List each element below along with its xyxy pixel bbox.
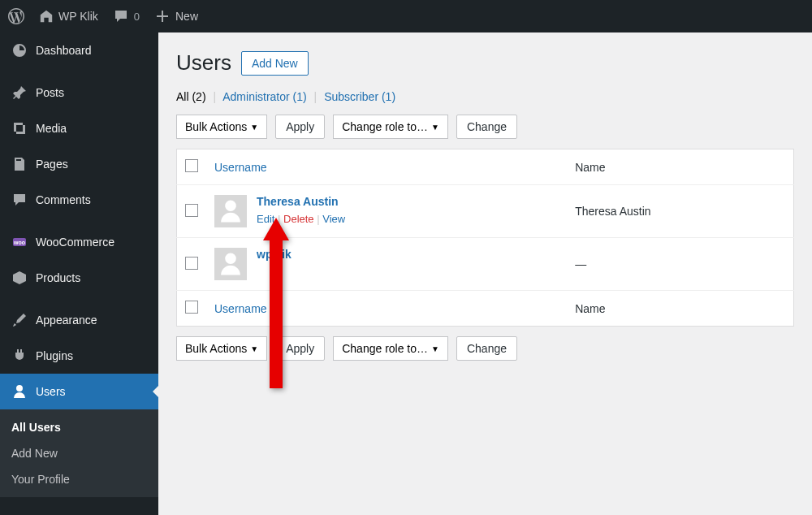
content-area: Users Add New All (2) | Administrator (1… <box>158 32 812 515</box>
new-content-link[interactable]: New <box>154 8 198 24</box>
apply-button-bottom[interactable]: Apply <box>275 336 325 361</box>
row-checkbox[interactable] <box>185 204 198 217</box>
column-username-footer[interactable]: Username <box>206 291 567 327</box>
submenu-your-profile[interactable]: Your Profile <box>0 466 158 492</box>
change-button[interactable]: Change <box>456 115 517 139</box>
bulk-actions-select-bottom[interactable]: Bulk Actions▼ <box>176 336 267 361</box>
submenu-add-new[interactable]: Add New <box>0 440 158 466</box>
caret-down-icon: ▼ <box>250 344 258 353</box>
sidebar-item-label: Appearance <box>36 314 97 327</box>
plus-icon <box>154 8 171 24</box>
avatar <box>214 248 247 280</box>
sidebar-item-label: Plugins <box>36 349 73 362</box>
admin-toolbar: WP Klik 0 New <box>0 0 812 32</box>
column-username[interactable]: Username <box>206 149 567 185</box>
apply-button[interactable]: Apply <box>275 115 325 139</box>
filter-administrator[interactable]: Administrator (1) <box>222 90 306 103</box>
sidebar-item-media[interactable]: Media <box>0 110 158 146</box>
comments-icon <box>11 192 28 208</box>
view-filters: All (2) | Administrator (1) | Subscriber… <box>176 90 794 103</box>
home-icon <box>39 9 54 24</box>
pages-icon <box>11 156 28 172</box>
name-cell: Theresa Austin <box>567 185 793 238</box>
select-all-checkbox-footer[interactable] <box>185 301 198 314</box>
filter-all[interactable]: All (2) <box>176 90 206 103</box>
sidebar-item-users[interactable]: Users <box>0 374 158 409</box>
site-name-link[interactable]: WP Klik <box>39 9 98 24</box>
sidebar-item-label: Comments <box>36 193 91 206</box>
username-link[interactable]: Theresa Austin <box>257 195 345 208</box>
sidebar-item-posts[interactable]: Posts <box>0 75 158 110</box>
column-name-footer: Name <box>567 291 793 327</box>
filter-subscriber[interactable]: Subscriber (1) <box>324 90 395 103</box>
svg-text:woo: woo <box>13 240 25 245</box>
bulk-actions-top: Bulk Actions▼ Apply Change role to…▼ Cha… <box>176 115 794 139</box>
comments-count: 0 <box>134 11 140 23</box>
name-cell: — <box>567 238 793 291</box>
admin-sidebar: Dashboard Posts Media Pages Comments woo… <box>0 32 158 515</box>
sidebar-item-label: Media <box>36 122 67 135</box>
plugin-icon <box>11 348 28 364</box>
sidebar-item-plugins[interactable]: Plugins <box>0 338 158 374</box>
change-role-select[interactable]: Change role to…▼ <box>333 115 448 139</box>
sidebar-item-label: Products <box>36 271 80 284</box>
column-name: Name <box>567 149 793 185</box>
delete-link[interactable]: Delete <box>283 213 314 225</box>
users-icon <box>11 383 28 400</box>
sidebar-item-appearance[interactable]: Appearance <box>0 302 158 338</box>
table-row: wpklik — <box>177 238 794 291</box>
bulk-actions-bottom: Bulk Actions▼ Apply Change role to…▼ Cha… <box>176 336 794 361</box>
users-table: Username Name Theresa Austin Edit | Dele… <box>176 149 794 327</box>
comments-link[interactable]: 0 <box>113 8 140 24</box>
products-icon <box>11 270 28 286</box>
sidebar-item-label: Posts <box>36 86 64 99</box>
change-button-bottom[interactable]: Change <box>456 336 517 361</box>
site-name-label: WP Klik <box>58 10 98 23</box>
sidebar-item-label: Dashboard <box>36 44 92 57</box>
avatar <box>214 195 247 227</box>
sidebar-item-label: Users <box>36 385 66 398</box>
new-label: New <box>175 10 198 23</box>
page-header: Users Add New <box>176 50 794 76</box>
view-link[interactable]: View <box>322 213 345 225</box>
woo-icon: woo <box>11 234 28 250</box>
change-role-select-bottom[interactable]: Change role to…▼ <box>333 336 448 361</box>
brush-icon <box>11 312 28 328</box>
wordpress-icon <box>8 8 24 24</box>
submenu-all-users[interactable]: All Users <box>0 414 158 440</box>
sidebar-item-woocommerce[interactable]: woo WooCommerce <box>0 224 158 260</box>
caret-down-icon: ▼ <box>431 123 439 132</box>
edit-link[interactable]: Edit <box>257 213 274 225</box>
page-title: Users <box>176 50 231 76</box>
sidebar-item-pages[interactable]: Pages <box>0 146 158 182</box>
pin-icon <box>11 84 28 101</box>
sidebar-item-dashboard[interactable]: Dashboard <box>0 32 158 68</box>
row-checkbox[interactable] <box>185 257 198 270</box>
caret-down-icon: ▼ <box>250 123 258 132</box>
select-all-checkbox[interactable] <box>185 159 198 172</box>
users-submenu: All Users Add New Your Profile <box>0 409 158 497</box>
comment-icon <box>113 8 129 24</box>
row-actions: Edit | Delete | View <box>257 213 345 225</box>
username-link[interactable]: wpklik <box>257 248 292 261</box>
sidebar-item-label: WooCommerce <box>36 236 114 249</box>
wp-logo[interactable] <box>8 8 24 24</box>
person-icon <box>217 197 244 225</box>
media-icon <box>11 120 28 136</box>
caret-down-icon: ▼ <box>431 344 439 353</box>
add-new-button[interactable]: Add New <box>241 51 309 76</box>
table-row: Theresa Austin Edit | Delete | View Ther… <box>177 185 794 238</box>
sidebar-item-comments[interactable]: Comments <box>0 182 158 218</box>
bulk-actions-select[interactable]: Bulk Actions▼ <box>176 115 267 139</box>
person-icon <box>217 250 244 278</box>
sidebar-item-products[interactable]: Products <box>0 260 158 296</box>
dashboard-icon <box>11 42 28 58</box>
sidebar-item-label: Pages <box>36 158 68 171</box>
